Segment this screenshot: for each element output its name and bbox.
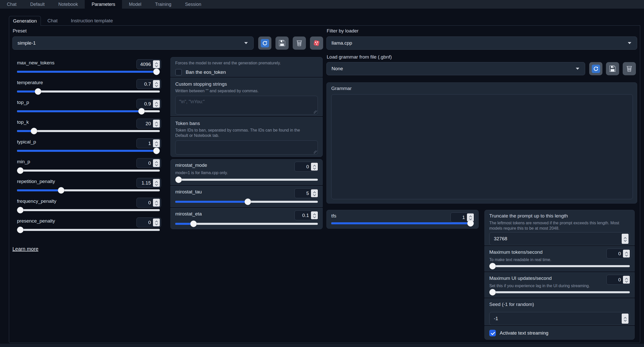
sub-tab-generation[interactable]: Generation	[9, 16, 41, 26]
top-tab-bar: ChatDefaultNotebookParametersModelTraini…	[0, 0, 644, 9]
tab-content-container	[9, 25, 640, 343]
top-tab-chat[interactable]: Chat	[0, 0, 23, 9]
sub-tab-bar: GenerationChatInstruction template	[9, 16, 119, 26]
bottom-strip	[0, 344, 644, 347]
sub-tab-instruction-template[interactable]: Instruction template	[64, 16, 119, 26]
top-tab-default[interactable]: Default	[23, 0, 51, 9]
top-tab-notebook[interactable]: Notebook	[51, 0, 85, 9]
top-tab-training[interactable]: Training	[148, 0, 178, 9]
top-tab-session[interactable]: Session	[178, 0, 208, 9]
sub-tab-chat[interactable]: Chat	[41, 16, 64, 26]
top-tab-parameters[interactable]: Parameters	[85, 0, 122, 9]
parameters-screen: ChatDefaultNotebookParametersModelTraini…	[0, 0, 644, 347]
top-tab-model[interactable]: Model	[122, 0, 148, 9]
